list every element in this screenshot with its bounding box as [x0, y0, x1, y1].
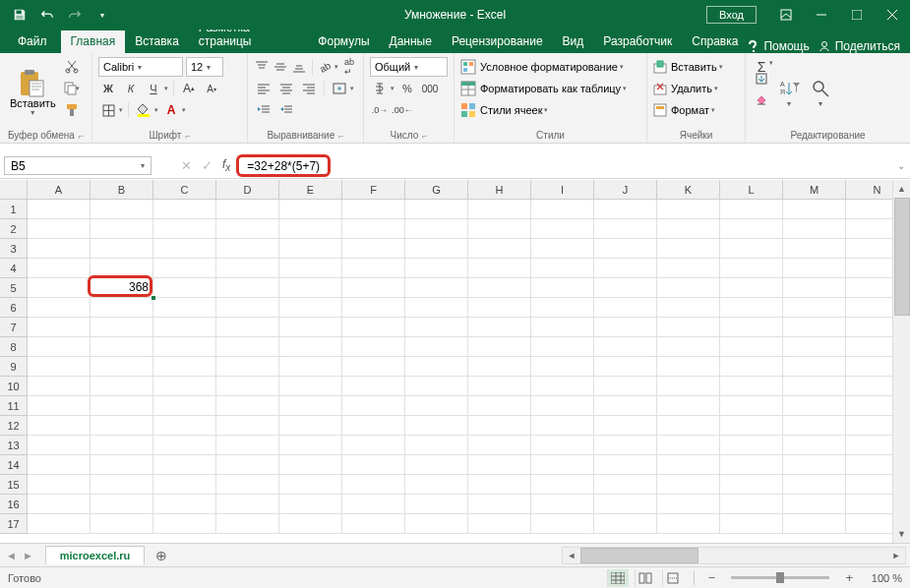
cell[interactable] — [720, 514, 783, 534]
cell[interactable] — [279, 514, 342, 534]
cell[interactable] — [342, 200, 405, 219]
cell[interactable] — [846, 357, 892, 377]
hscroll-thumb[interactable] — [580, 548, 698, 563]
cell[interactable] — [531, 337, 594, 357]
cell[interactable] — [468, 396, 531, 416]
cell[interactable] — [279, 239, 342, 259]
cell[interactable] — [91, 298, 153, 318]
find-select-button[interactable]: ▼ — [807, 57, 836, 128]
login-button[interactable]: Вход — [706, 6, 757, 24]
cell[interactable] — [216, 455, 279, 475]
cell[interactable] — [279, 436, 342, 455]
delete-cells-button[interactable]: Удалить▾ — [653, 79, 739, 98]
cell[interactable] — [342, 436, 405, 455]
cell[interactable] — [91, 219, 153, 239]
cell[interactable] — [28, 298, 91, 318]
cell[interactable] — [657, 436, 720, 455]
cell[interactable] — [846, 396, 892, 416]
align-top-icon[interactable] — [254, 57, 270, 77]
cell[interactable] — [279, 416, 342, 436]
cell[interactable] — [657, 318, 720, 337]
cell[interactable] — [783, 455, 846, 475]
clipboard-launcher-icon[interactable]: ⌐ — [79, 131, 84, 141]
cell[interactable] — [657, 298, 720, 318]
cell[interactable] — [783, 337, 846, 357]
cell[interactable] — [783, 396, 846, 416]
align-middle-icon[interactable] — [273, 57, 288, 77]
cell[interactable] — [91, 436, 153, 455]
cell[interactable] — [342, 219, 405, 239]
alignment-launcher-icon[interactable]: ⌐ — [338, 131, 343, 141]
cell[interactable] — [405, 200, 468, 219]
row-header[interactable]: 9 — [0, 357, 27, 377]
cell[interactable] — [28, 200, 91, 219]
column-header[interactable]: G — [405, 180, 468, 199]
cell[interactable] — [216, 357, 279, 377]
row-headers[interactable]: 1234567891011121314151617 — [0, 200, 28, 534]
cell[interactable] — [594, 475, 657, 495]
cell[interactable] — [783, 416, 846, 436]
cell[interactable] — [216, 495, 279, 514]
column-header[interactable]: D — [216, 180, 279, 199]
cell[interactable] — [720, 475, 783, 495]
cell[interactable] — [846, 298, 892, 318]
cell[interactable] — [216, 278, 279, 298]
cell[interactable] — [279, 259, 342, 278]
cell[interactable] — [279, 455, 342, 475]
cell[interactable] — [91, 514, 153, 534]
sheet-tab[interactable]: microexcel.ru — [45, 546, 146, 564]
cell[interactable] — [405, 495, 468, 514]
cell[interactable] — [846, 259, 892, 278]
cell[interactable] — [153, 259, 216, 278]
grow-font-icon[interactable]: A▴ — [179, 79, 199, 98]
cell[interactable] — [91, 455, 153, 475]
cell[interactable] — [342, 259, 405, 278]
cell[interactable] — [468, 436, 531, 455]
cell[interactable] — [720, 377, 783, 396]
cell[interactable] — [468, 514, 531, 534]
cell[interactable] — [91, 259, 153, 278]
cell[interactable] — [342, 377, 405, 396]
cell[interactable] — [783, 259, 846, 278]
font-color-icon[interactable]: A — [161, 100, 181, 120]
insert-function-icon[interactable]: fx — [222, 157, 230, 173]
underline-button[interactable]: Ч — [144, 79, 163, 98]
row-header[interactable]: 11 — [0, 396, 27, 416]
cell[interactable] — [783, 377, 846, 396]
cell[interactable] — [657, 495, 720, 514]
cell[interactable] — [531, 455, 594, 475]
cell[interactable] — [846, 239, 892, 259]
cell[interactable] — [405, 318, 468, 337]
cell[interactable] — [91, 318, 153, 337]
cell[interactable] — [657, 219, 720, 239]
zoom-out-icon[interactable]: − — [704, 570, 720, 585]
cell[interactable] — [342, 357, 405, 377]
font-size-combo[interactable]: 12▾ — [186, 57, 223, 77]
cell[interactable] — [216, 239, 279, 259]
number-format-combo[interactable]: Общий▾ — [370, 57, 448, 77]
cell-styles-button[interactable]: Стили ячеек▾ — [460, 100, 640, 120]
cell[interactable] — [720, 455, 783, 475]
redo-icon[interactable] — [63, 3, 87, 27]
cell[interactable] — [28, 495, 91, 514]
cell[interactable] — [720, 495, 783, 514]
cell[interactable] — [153, 337, 216, 357]
cell[interactable] — [342, 239, 405, 259]
cell[interactable] — [657, 200, 720, 219]
align-right-icon[interactable] — [299, 79, 319, 98]
cell[interactable] — [468, 416, 531, 436]
merge-icon[interactable] — [330, 79, 349, 98]
cell[interactable] — [783, 436, 846, 455]
cell[interactable] — [153, 436, 216, 455]
cell[interactable] — [594, 337, 657, 357]
cell[interactable] — [405, 396, 468, 416]
select-all-corner[interactable] — [0, 180, 28, 200]
cell[interactable] — [342, 318, 405, 337]
tab-insert[interactable]: Вставка — [125, 30, 189, 53]
cell[interactable] — [783, 357, 846, 377]
cell[interactable] — [594, 259, 657, 278]
spreadsheet-grid[interactable]: ABCDEFGHIJKLMN 1234567891011121314151617… — [0, 180, 892, 543]
name-box[interactable]: B5▾ — [4, 156, 152, 175]
column-header[interactable]: B — [91, 180, 153, 199]
cell[interactable] — [405, 436, 468, 455]
